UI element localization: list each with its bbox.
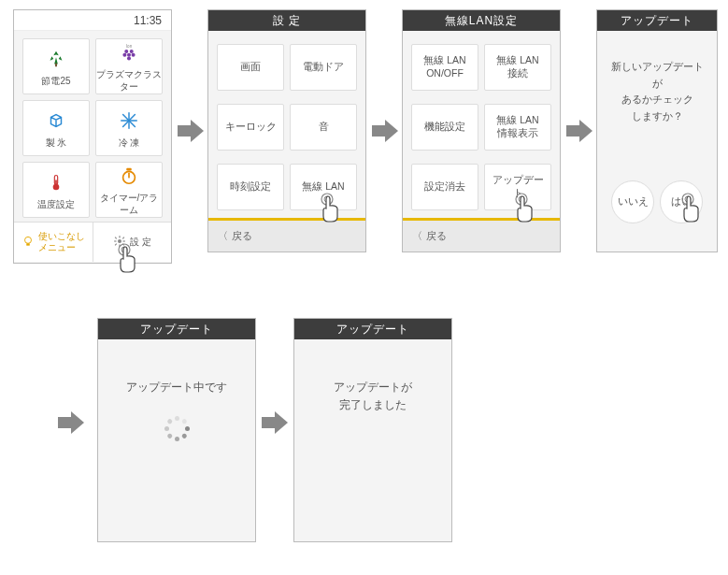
- wlan-grid: 無線 LAN ON/OFF 無線 LAN 接続 機能設定 無線 LAN 情報表示…: [403, 31, 560, 218]
- svg-point-18: [24, 237, 31, 243]
- arrow-icon: [178, 120, 204, 142]
- clock: 11:35: [14, 10, 171, 31]
- svg-rect-24: [122, 240, 124, 241]
- bulb-icon: [21, 235, 35, 250]
- item-wlan[interactable]: 無線 LAN: [290, 164, 357, 210]
- settings-label: 設 定: [130, 236, 151, 249]
- svg-point-5: [122, 53, 126, 57]
- dialog-buttons: いいえ はい: [608, 180, 706, 233]
- tile-freeze[interactable]: 冷 凍: [95, 100, 163, 156]
- yes-button[interactable]: はい: [660, 180, 703, 223]
- svg-rect-27: [115, 243, 117, 245]
- svg-point-3: [130, 50, 134, 53]
- tips-button[interactable]: 使いこなし メニュー: [14, 223, 93, 262]
- tile-temperature[interactable]: 温度設定: [22, 162, 90, 218]
- svg-point-6: [132, 53, 136, 57]
- timer-icon: [119, 164, 139, 188]
- screen-title: 設 定: [208, 10, 365, 31]
- svg-rect-14: [55, 180, 57, 186]
- arrow-icon: [372, 120, 398, 142]
- dialog-body: アップデートが 完了しました: [294, 339, 451, 541]
- item-screen[interactable]: 画面: [217, 44, 284, 91]
- update-running-screen: アップデート アップデート中です: [97, 318, 256, 542]
- dialog-body: 新しいアップデートが あるかチェック しますか？ いいえ はい: [597, 31, 717, 252]
- thermo-icon: [47, 170, 65, 194]
- svg-rect-22: [119, 245, 120, 247]
- svg-rect-16: [126, 168, 132, 171]
- spinner-icon: [164, 415, 190, 441]
- item-wlan-info[interactable]: 無線 LAN 情報表示: [484, 104, 551, 151]
- svg-rect-23: [114, 240, 116, 241]
- arrow-icon: [58, 411, 84, 434]
- leaf-icon: [46, 47, 66, 71]
- ice-icon: [46, 108, 66, 133]
- tile-timer[interactable]: タイマー/アラーム: [95, 162, 163, 218]
- tile-power-save[interactable]: 節電25: [22, 38, 90, 94]
- tips-label: 使いこなし メニュー: [38, 231, 85, 253]
- done-message: アップデートが 完了しました: [306, 379, 440, 414]
- screen-title: 無線LAN設定: [403, 10, 560, 31]
- tile-ice[interactable]: 製 氷: [22, 100, 90, 156]
- chevron-left-icon: 〈: [218, 229, 228, 243]
- svg-rect-28: [122, 243, 124, 245]
- snow-icon: [119, 108, 139, 133]
- update-done-screen: アップデート アップデートが 完了しました: [293, 318, 452, 542]
- item-auto-door[interactable]: 電動ドア: [290, 44, 357, 91]
- settings-button[interactable]: 設 定: [93, 223, 172, 262]
- gear-icon: [113, 235, 126, 250]
- item-wlan-onoff[interactable]: 無線 LAN ON/OFF: [411, 44, 478, 91]
- confirm-message: 新しいアップデートが あるかチェック しますか？: [608, 59, 706, 124]
- home-screen: 11:35 節電25 Ion プラズマクラスター 製 氷 冷 凍: [13, 9, 172, 264]
- item-sound[interactable]: 音: [290, 104, 357, 151]
- svg-point-4: [127, 53, 131, 57]
- back-button[interactable]: 〈 戻る: [403, 218, 560, 252]
- no-button[interactable]: いいえ: [611, 180, 654, 223]
- item-wlan-connect[interactable]: 無線 LAN 接続: [484, 44, 551, 91]
- svg-rect-19: [26, 243, 30, 245]
- svg-rect-26: [122, 237, 124, 238]
- item-wlan-reset[interactable]: 設定消去: [411, 164, 478, 210]
- item-keylock[interactable]: キーロック: [217, 104, 284, 151]
- tile-label: タイマー/アラーム: [96, 192, 162, 216]
- running-message: アップデート中です: [109, 379, 244, 396]
- arrow-icon: [262, 411, 288, 434]
- item-wlan-func[interactable]: 機能設定: [411, 104, 478, 151]
- tile-label: 温度設定: [37, 198, 75, 210]
- home-footer: 使いこなし メニュー 設 定: [14, 222, 171, 262]
- grape-icon: Ion: [119, 40, 139, 65]
- svg-rect-0: [55, 63, 57, 66]
- svg-point-20: [118, 239, 121, 243]
- home-grid: 節電25 Ion プラズマクラスター 製 氷 冷 凍 温度設定: [14, 31, 171, 222]
- tile-label: 冷 凍: [119, 137, 140, 149]
- item-update[interactable]: アップデート: [484, 164, 551, 210]
- update-confirm-screen: アップデート 新しいアップデートが あるかチェック しますか？ いいえ はい: [596, 9, 718, 252]
- tile-label: 節電25: [41, 75, 70, 87]
- tile-plasmacluster[interactable]: Ion プラズマクラスター: [95, 38, 163, 94]
- chevron-left-icon: 〈: [412, 229, 422, 243]
- tile-label: プラズマクラスター: [96, 68, 162, 93]
- wlan-screen: 無線LAN設定 無線 LAN ON/OFF 無線 LAN 接続 機能設定 無線 …: [402, 9, 561, 252]
- svg-rect-21: [119, 236, 120, 237]
- svg-text:Ion: Ion: [126, 44, 133, 49]
- screen-title: アップデート: [294, 319, 451, 339]
- svg-point-7: [127, 56, 131, 60]
- svg-rect-25: [115, 237, 117, 238]
- svg-point-2: [124, 50, 128, 53]
- settings-screen: 設 定 画面 電動ドア キーロック 音 時刻設定 無線 LAN 〈 戻る: [207, 9, 366, 252]
- dialog-body: アップデート中です: [98, 339, 255, 541]
- screen-title: アップデート: [98, 319, 255, 339]
- back-button[interactable]: 〈 戻る: [208, 218, 365, 252]
- arrow-icon: [566, 120, 592, 142]
- tile-label: 製 氷: [46, 137, 67, 149]
- screen-title: アップデート: [597, 10, 717, 31]
- item-clock[interactable]: 時刻設定: [217, 164, 284, 210]
- settings-grid: 画面 電動ドア キーロック 音 時刻設定 無線 LAN: [208, 31, 365, 218]
